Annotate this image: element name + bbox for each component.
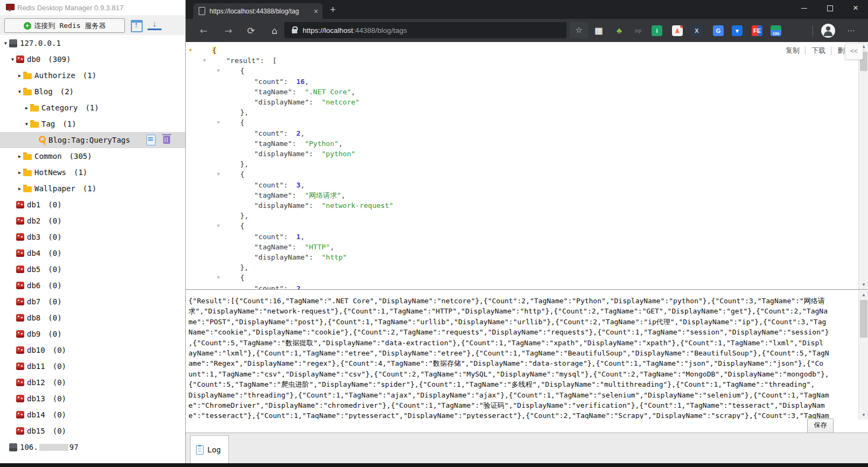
forward-icon[interactable]: → [221,24,235,38]
people-extension-icon[interactable]: ♟ [672,25,683,36]
tree-row[interactable]: ▶HotNews(1) [0,164,185,180]
rdm-value-editor: {"Result":[{"Count":16,"TagName":".NET C… [186,289,868,433]
collapse-triangle-icon[interactable]: ▼ [217,221,220,231]
scroll-up-icon[interactable]: ▲ [859,292,868,297]
delete-key-icon[interactable] [163,136,170,144]
collapse-triangle-icon[interactable]: ▼ [217,117,220,128]
tree-row[interactable]: ▶Common(305) [0,148,185,164]
tree-row[interactable]: db15(0) [0,423,185,439]
json-key: "tagName" [254,88,292,96]
tree-row[interactable]: db2(0) [0,213,185,229]
expand-arrow-icon[interactable]: ▼ [23,122,30,127]
tree-key-row[interactable]: Blog:Tag:QueryTags [0,132,185,148]
tree-item-label: db15 [27,427,45,435]
info-extension-icon[interactable]: i [652,25,662,36]
tree-row[interactable]: db1(0) [0,197,185,213]
value-line: me":"POST","DisplayName":"post"},{"Count… [188,317,856,327]
window-close-button[interactable]: × [843,0,868,16]
expand-arrow-icon[interactable]: ▼ [9,57,16,62]
json-line: }, [198,107,834,117]
browser-tabstrip: https://localhost:44388/blog/tag × + × [186,0,868,19]
bookmark-star-icon[interactable]: ☆ [570,22,588,38]
collapse-arrow-icon[interactable]: ▶ [16,186,23,191]
collapse-triangle-icon[interactable]: ▼ [203,55,206,66]
tab-close-icon[interactable]: × [314,7,318,16]
refresh-icon[interactable]: ⟳ [244,24,258,38]
tree-row[interactable]: ▶Wallpaper(1) [0,180,185,197]
window-minimize-button[interactable] [792,0,816,16]
tree-row[interactable]: db4(0) [0,245,185,261]
tree-row[interactable]: ▼Blog(2) [0,83,185,100]
collapse-arrow-icon[interactable]: ▶ [16,154,23,159]
plant-extension-icon[interactable]: ♣ [614,25,625,36]
collapse-triangle-icon[interactable]: ▼ [217,273,220,283]
json-punct: : [ [260,57,277,65]
expand-arrow-icon[interactable]: ▼ [2,41,9,46]
tree-row[interactable]: db6(0) [0,277,185,294]
json-string: "网络请求" [305,191,341,199]
collapse-triangle-icon[interactable]: ▼ [217,169,220,179]
tree-row[interactable]: db11(0) [0,358,185,374]
log-tab[interactable]: Log [190,435,229,464]
json-punct: , [339,140,343,148]
gitzip-extension-icon[interactable]: zip [633,25,643,36]
tree-item-label: Blog [34,87,53,96]
browser-tab[interactable]: https://localhost:44388/blog/tag × [193,3,323,19]
tree-row[interactable]: db5(0) [0,261,185,277]
json-number: 1 [296,233,300,241]
fehelper-extension-icon[interactable]: FE [752,25,762,36]
scrollbar-thumb[interactable] [860,300,867,338]
connect-to-redis-button[interactable]: + 连接到 Redis 服务器 [4,18,125,33]
value-text[interactable]: {"Result":[{"Count":16,"TagName":".NET C… [188,296,856,419]
tree-row[interactable]: db14(0) [0,407,185,423]
collapse-arrow-icon[interactable]: ▶ [23,106,30,110]
page-scrollbar[interactable]: ▲ ▼ [858,42,868,289]
tree-row[interactable]: db9(0) [0,326,185,342]
edit-key-icon[interactable] [146,135,156,145]
value-scrollbar[interactable]: ▲ ▼ [858,290,868,420]
x-extension-icon[interactable]: X [691,25,702,36]
qr-code-extension-icon[interactable]: ▦ [593,25,604,36]
profile-avatar[interactable] [821,24,835,38]
tree-row[interactable]: db10(0) [0,342,185,358]
expand-arrow-icon[interactable]: ▼ [16,89,23,94]
collapse-triangle-icon[interactable]: ▼ [189,45,192,55]
dualsub-extension-icon[interactable]: ▾ [732,25,743,36]
scroll-down-icon[interactable]: ▼ [859,282,868,287]
export-connections-icon[interactable]: ↓ [148,18,162,30]
json-punct: , [300,284,305,289]
tree-row[interactable]: ▼Tag(1) [0,116,185,132]
json-punct: }, [240,212,249,220]
tree-row[interactable]: db8(0) [0,310,185,326]
new-tab-button[interactable]: + [330,4,336,16]
redis-icon [16,266,24,273]
scroll-down-icon[interactable]: ▼ [859,413,868,417]
address-bar[interactable]: https://localhost:44388/blog/tags [284,22,566,38]
tree-row[interactable]: db3(0) [0,229,185,245]
json-punct: , [300,233,305,241]
browser-menu-icon[interactable]: … [847,24,856,33]
translate-extension-icon[interactable]: G [713,25,724,36]
home-icon[interactable]: ⌂ [268,24,282,38]
collapse-arrow-icon[interactable]: ▶ [16,73,23,78]
window-maximize-button[interactable] [817,0,842,16]
collapse-triangle-icon[interactable]: ▼ [217,66,220,76]
tree-row[interactable]: db7(0) [0,294,185,310]
tree-row[interactable]: db12(0) [0,374,185,391]
tree-row[interactable]: ▶Authorize(1) [0,67,185,83]
tree-row[interactable]: ▶Category(1) [0,100,185,116]
folder-icon [30,106,39,111]
collapse-panel-button[interactable]: << [845,43,863,60]
save-button[interactable]: 保存 [807,419,834,433]
tree-row[interactable]: db13(0) [0,391,185,407]
tree-row[interactable]: 106.97 [0,439,185,455]
collapse-arrow-icon[interactable]: ▶ [16,170,23,175]
tree-row[interactable]: ▼127.0.0.1 [0,35,185,51]
key-count: (0) [53,378,66,387]
rdm-connection-tree: ▼127.0.0.1▼db0(309)▶Authorize(1)▼Blog(2)… [0,35,185,463]
back-icon[interactable]: ← [197,24,211,38]
import-connections-icon[interactable]: ↑ [129,18,143,31]
on-extension-icon[interactable]: ON [771,25,781,36]
tree-row[interactable]: ▼db0(309) [0,51,185,67]
json-line: "displayName": "netcore" [198,97,834,107]
